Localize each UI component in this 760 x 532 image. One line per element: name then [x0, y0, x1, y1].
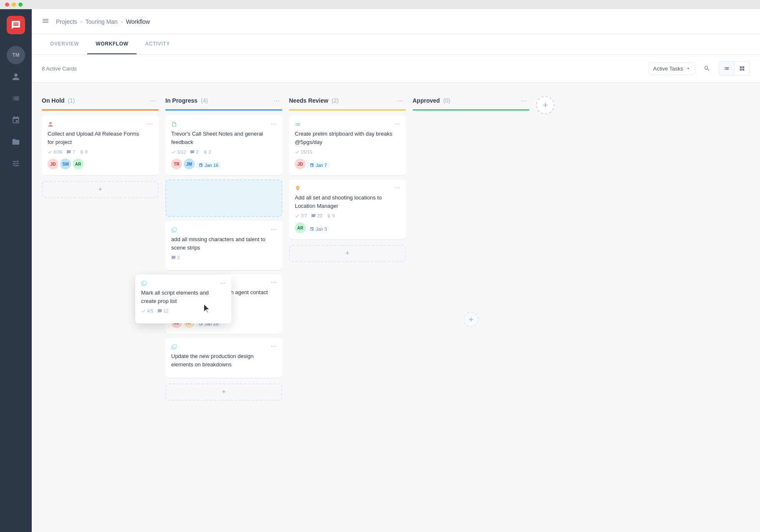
column-needs-review-cards: ··· Create prelim stripboard with day br…	[289, 116, 406, 524]
card-in-progress-4-more[interactable]: ···	[269, 342, 278, 350]
card-in-progress-1-avatars: TR JM Jan 16	[171, 159, 276, 169]
column-needs-review-header: Needs Review (2) ···	[289, 91, 406, 109]
card-in-progress-4[interactable]: ··· Update the new production design ele…	[165, 338, 282, 378]
breadcrumb: Projects › Touring Man › Workflow	[56, 18, 150, 25]
comment-icon	[171, 255, 176, 260]
card-needs-review-1[interactable]: ··· Create prelim stripboard with day br…	[289, 116, 406, 175]
card-on-hold-1-avatars: JD SM AR	[48, 159, 153, 169]
column-in-progress-more[interactable]: ···	[271, 96, 282, 105]
grid-view-icon	[739, 66, 745, 71]
column-needs-review: Needs Review (2) ··· ··· Create prelim s…	[289, 91, 406, 524]
card-needs-review-2[interactable]: ··· Add all set and shooting locations t…	[289, 179, 406, 239]
active-tasks-button[interactable]: Active Tasks	[649, 63, 695, 75]
card-in-progress-3-more[interactable]: ···	[269, 278, 278, 287]
search-button[interactable]	[700, 62, 714, 75]
scene-card-icon	[171, 227, 177, 233]
card-in-progress-1-more[interactable]: ···	[269, 120, 278, 128]
card-needs-review-1-title: Create prelim stripboard with day breaks…	[295, 130, 400, 146]
column-on-hold-count: (1)	[68, 97, 75, 104]
sidebar-item-person[interactable]	[7, 68, 25, 86]
card-needs-review-1-date: Jan 7	[307, 162, 329, 169]
calendar-small-icon	[310, 227, 314, 231]
check-icon	[171, 150, 176, 154]
attach-icon	[203, 150, 208, 154]
column-needs-review-title: Needs Review (2)	[289, 97, 339, 104]
card-in-progress-1-title: Trevor's Call Sheet Notes and general fe…	[171, 130, 276, 146]
doc-card-icon	[171, 121, 177, 127]
check-icon	[141, 309, 146, 313]
hamburger-icon	[42, 17, 49, 25]
attach-icon	[79, 150, 84, 154]
card-needs-review-2-tasks: 7/7	[295, 213, 307, 218]
avatar: JD	[48, 159, 58, 169]
location-card-icon	[295, 185, 301, 191]
card-needs-review-2-avatars: AR Jan 3	[295, 222, 400, 233]
card-needs-review-1-tasks: 15/15	[295, 149, 312, 154]
column-needs-review-more[interactable]: ···	[395, 96, 406, 105]
person-icon	[12, 73, 20, 81]
user-avatar[interactable]: TM	[7, 46, 25, 64]
list-view-button[interactable]	[719, 62, 734, 75]
tab-workflow[interactable]: WORKFLOW	[87, 34, 137, 54]
view-toggle	[719, 61, 750, 76]
card-in-progress-2[interactable]: ··· add all missing characters and talen…	[165, 221, 282, 270]
list-icon	[12, 94, 20, 103]
grid-view-button[interactable]	[735, 62, 750, 75]
column-on-hold-more[interactable]: ···	[147, 96, 159, 105]
chevron-down-icon	[686, 66, 691, 71]
card-needs-review-2-more[interactable]: ···	[393, 184, 402, 192]
calendar-icon	[12, 116, 20, 124]
card-in-progress-1-tasks: 3/12	[171, 149, 186, 154]
floating-card-title: Mark all script elements and create prop…	[141, 289, 225, 305]
sidebar-item-list[interactable]	[7, 89, 25, 108]
card-in-progress-1-date: Jan 16	[196, 162, 221, 169]
card-in-progress-4-type-icon	[171, 344, 177, 350]
attach-icon	[327, 214, 331, 218]
card-on-hold-1[interactable]: ··· Collect and Upload All Release Forms…	[42, 116, 159, 175]
floating-card-more[interactable]: ···	[218, 279, 227, 288]
add-card-needs-review[interactable]: +	[289, 245, 406, 262]
app-logo[interactable]	[7, 16, 25, 34]
check-icon	[295, 150, 299, 154]
tab-overview[interactable]: OVERVIEW	[42, 34, 87, 54]
floating-drag-card[interactable]: ··· Mark all script elements and create …	[135, 275, 231, 323]
card-needs-review-1-more[interactable]: ···	[393, 120, 402, 128]
card-on-hold-1-more[interactable]: ···	[146, 120, 155, 128]
sidebar-item-calendar[interactable]	[7, 111, 25, 129]
card-in-progress-2-more[interactable]: ···	[269, 225, 278, 234]
add-card-approved[interactable]: +	[464, 312, 479, 327]
avatar: SM	[60, 159, 71, 169]
column-on-hold-border	[42, 109, 159, 111]
add-column-button[interactable]: +	[536, 96, 555, 114]
avatar: AR	[73, 159, 84, 169]
check-icon	[48, 150, 52, 154]
floating-card-tasks: 4/5	[141, 308, 153, 313]
avatar: JD	[295, 159, 306, 169]
search-icon	[704, 65, 710, 72]
sidebar-item-settings[interactable]	[7, 154, 25, 173]
card-needs-review-1-type-icon	[295, 121, 301, 127]
hamburger-menu[interactable]	[42, 17, 49, 26]
avatar: JM	[184, 159, 195, 169]
calendar-small-icon	[199, 163, 203, 167]
column-approved-more[interactable]: ···	[518, 96, 529, 105]
breadcrumb-sep-1: ›	[81, 19, 82, 25]
card-in-progress-1[interactable]: ··· Trevor's Call Sheet Notes and genera…	[165, 116, 282, 175]
tabs-bar: OVERVIEW WORKFLOW ACTIVITY	[32, 34, 760, 55]
breadcrumb-project[interactable]: Touring Man	[86, 18, 118, 25]
card-needs-review-2-title: Add all set and shooting locations to Lo…	[295, 194, 400, 210]
add-card-in-progress[interactable]: +	[165, 383, 282, 401]
card-in-progress-2-meta: 3	[171, 255, 276, 260]
tab-activity[interactable]: ACTIVITY	[137, 34, 178, 54]
active-tasks-label: Active Tasks	[653, 66, 683, 72]
sidebar-item-folder[interactable]	[7, 133, 25, 151]
card-needs-review-1-avatars: JD Jan 7	[295, 159, 400, 169]
add-card-on-hold[interactable]: +	[42, 181, 159, 198]
breadcrumb-projects[interactable]: Projects	[56, 18, 77, 25]
sidebar: TM	[0, 9, 32, 532]
folder-icon	[12, 138, 20, 146]
avatar: TR	[171, 159, 182, 169]
card-drag-placeholder	[165, 179, 282, 217]
column-approved-title: Approved (0)	[413, 97, 450, 104]
card-in-progress-1-attachments: 2	[203, 149, 211, 154]
